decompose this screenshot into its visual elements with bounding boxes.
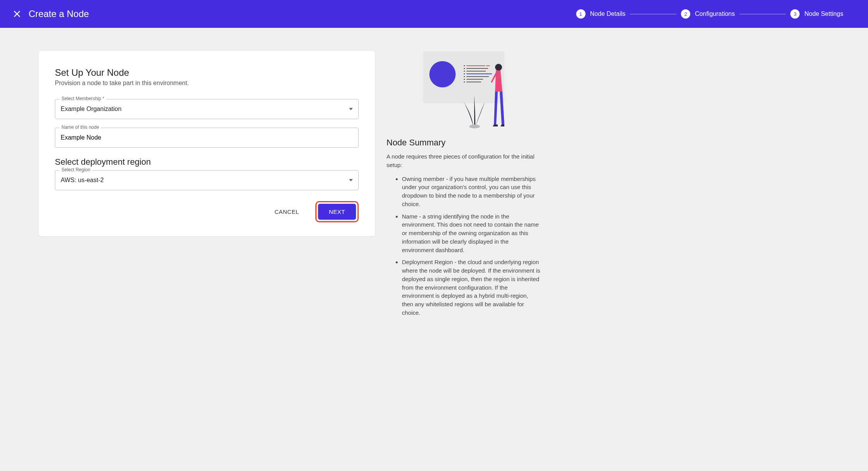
form-card: Set Up Your Node Provision a node to tak…	[39, 51, 375, 236]
region-value: AWS: us-east-2	[61, 177, 104, 184]
step-connector	[630, 14, 676, 14]
membership-value: Example Organization	[61, 106, 121, 113]
step-2[interactable]: 2 Configurations	[681, 9, 735, 19]
region-label: Select Region	[60, 167, 92, 172]
next-highlight: NEXT	[315, 201, 359, 222]
svg-point-3	[429, 61, 456, 87]
header-bar: Create a Node 1 Node Details 2 Configura…	[0, 0, 868, 28]
step-connector	[739, 14, 786, 14]
region-section-title: Select deployment region	[55, 157, 359, 167]
node-name-label: Name of this node	[60, 125, 101, 130]
region-field-wrapper: Select Region AWS: us-east-2	[55, 170, 359, 190]
button-row: CANCEL NEXT	[55, 201, 359, 222]
region-select[interactable]: AWS: us-east-2	[55, 170, 359, 190]
step-label: Configurations	[695, 10, 735, 17]
svg-point-19	[495, 64, 502, 71]
membership-select[interactable]: Example Organization	[55, 99, 359, 119]
step-number: 3	[790, 9, 800, 19]
card-title: Set Up Your Node	[55, 67, 359, 78]
card-subtitle: Provision a node to take part in this en…	[55, 80, 359, 87]
stepper: 1 Node Details 2 Configurations 3 Node S…	[576, 9, 843, 19]
cancel-button[interactable]: CANCEL	[269, 205, 305, 219]
svg-point-20	[469, 125, 480, 128]
chevron-down-icon	[349, 108, 353, 110]
summary-item: Deployment Region - the cloud and underl…	[402, 258, 541, 317]
step-number: 2	[681, 9, 690, 19]
summary-intro: A node requires three pieces of configur…	[386, 152, 541, 169]
summary-list: Owning member - if you have multiple mem…	[386, 175, 541, 317]
membership-label: Select Membership *	[60, 96, 106, 101]
summary-item: Name - a string identifying the node in …	[402, 212, 541, 254]
summary-panel: Node Summary A node requires three piece…	[386, 51, 541, 321]
page-title: Create a Node	[29, 9, 89, 19]
node-name-field-wrapper: Name of this node	[55, 128, 359, 148]
close-icon	[13, 10, 21, 18]
node-name-input[interactable]	[55, 128, 359, 148]
step-number: 1	[576, 9, 585, 19]
close-button[interactable]	[9, 6, 25, 22]
summary-illustration	[423, 51, 504, 128]
step-1[interactable]: 1 Node Details	[576, 9, 626, 19]
step-label: Node Settings	[804, 10, 843, 17]
summary-title: Node Summary	[386, 138, 541, 148]
membership-field-wrapper: Select Membership * Example Organization	[55, 99, 359, 119]
main-content: Set Up Your Node Provision a node to tak…	[0, 28, 580, 344]
next-button[interactable]: NEXT	[318, 204, 356, 220]
step-3[interactable]: 3 Node Settings	[790, 9, 843, 19]
summary-item: Owning member - if you have multiple mem…	[402, 175, 541, 208]
chevron-down-icon	[349, 179, 353, 181]
step-label: Node Details	[590, 10, 626, 17]
